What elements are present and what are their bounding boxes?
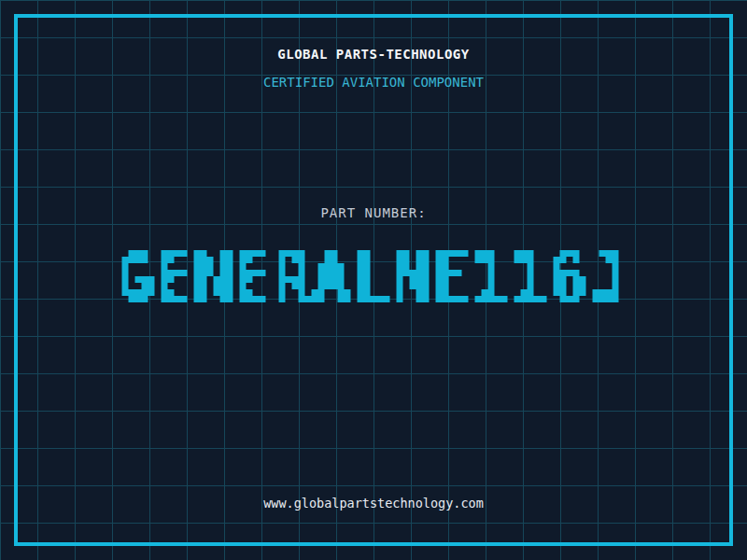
blueprint-panel: GLOBAL PARTS-TECHNOLOGY CERTIFIED AVIATI… [0, 0, 747, 560]
part-number-text: GENERALNE116J [0, 0, 1, 1]
company-name: GLOBAL PARTS-TECHNOLOGY [0, 47, 747, 62]
website-url[interactable]: www.globalpartstechnology.com [0, 496, 747, 511]
part-number-pixel-canvas [109, 231, 639, 322]
part-number-label: PART NUMBER: [0, 205, 747, 220]
certification-tagline: CERTIFIED AVIATION COMPONENT [0, 75, 747, 90]
